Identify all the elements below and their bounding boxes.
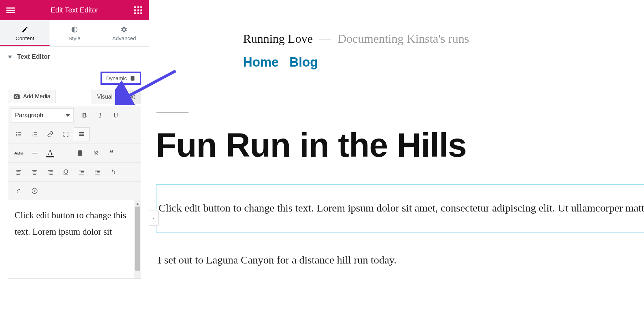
link-button[interactable] [42,127,58,141]
toolbar-toggle-button[interactable] [74,127,89,141]
editor-textarea[interactable]: Click edit button to change this text. L… [8,200,134,278]
outdent-button[interactable] [74,165,89,179]
contrast-icon [71,26,78,33]
svg-rect-30 [16,172,20,172]
svg-rect-44 [79,174,84,174]
add-media-label: Add Media [23,93,51,100]
svg-rect-33 [32,170,37,171]
section-body: Dynamic Add Media Visual Text Pa [0,67,149,287]
clear-formatting-button[interactable] [88,146,104,160]
svg-rect-0 [6,7,15,9]
svg-rect-27 [79,135,84,136]
section-text-editor[interactable]: Text Editor [0,46,149,67]
tab-text[interactable]: Text [119,90,141,104]
site-dash: — [319,32,331,46]
svg-rect-2 [6,12,15,13]
svg-rect-20 [34,132,37,133]
svg-rect-41 [79,170,84,171]
indent-button[interactable] [89,165,105,179]
text-color-button[interactable]: A [42,146,58,160]
tab-style[interactable]: Style [50,20,99,46]
collapse-panel-button[interactable]: ‹ [149,210,159,226]
svg-rect-31 [16,173,21,173]
underline-button[interactable]: U [108,108,124,122]
post-body-text: I set out to Laguna Canyon for a distanc… [156,254,644,266]
nav-blog[interactable]: Blog [289,55,318,70]
svg-rect-10 [138,12,139,14]
strikethrough-button[interactable]: ABC [11,146,27,160]
editor-mode-tabs: Visual Text [91,90,141,104]
svg-rect-18 [18,136,21,136]
add-media-button[interactable]: Add Media [8,90,56,103]
tab-content[interactable]: Content [0,20,50,46]
svg-rect-34 [33,172,36,172]
svg-point-13 [16,132,17,133]
blockquote-button[interactable]: ❝ [104,146,119,160]
fullscreen-button[interactable] [58,127,74,141]
svg-rect-11 [140,12,142,14]
svg-rect-26 [79,134,84,135]
toolbar-row-3: ABC A ❝ [8,143,141,162]
svg-rect-4 [138,6,139,8]
align-center-button[interactable] [27,165,42,179]
svg-rect-47 [97,173,100,173]
bullet-list-button[interactable] [11,127,27,141]
camera-music-icon [13,93,20,100]
svg-rect-25 [79,132,84,133]
divider-line [156,113,189,113]
redo-button[interactable] [11,184,27,198]
site-nav: Home Blog [243,55,644,70]
database-icon [130,75,135,81]
svg-point-17 [16,135,17,136]
toolbar-row-1: Paragraph B I U [8,106,141,125]
paste-button[interactable] [72,146,88,160]
svg-rect-42 [81,171,84,172]
special-char-button[interactable]: Ω [58,165,74,179]
italic-button[interactable]: I [92,108,108,122]
svg-rect-3 [134,6,136,8]
toolbar-row-5: ? [8,181,141,200]
svg-rect-8 [140,9,142,11]
align-left-button[interactable] [11,165,27,179]
numbered-list-button[interactable]: 123 [27,127,42,141]
svg-rect-14 [18,132,21,133]
svg-rect-6 [134,9,136,11]
editor-scrollbar[interactable]: ▲ [134,200,141,278]
svg-rect-37 [48,170,53,171]
svg-rect-38 [50,172,53,172]
editor-sidebar: Edit Text Editor Content Style Advance [0,0,149,334]
svg-rect-28 [32,153,37,153]
text-color-dropdown[interactable] [57,146,72,160]
svg-rect-39 [48,173,53,173]
undo-button[interactable] [105,165,121,179]
format-select[interactable]: Paragraph [11,108,74,122]
text-editor-widget[interactable]: Click edit button to change this text. L… [156,184,644,233]
align-right-button[interactable] [42,165,58,179]
svg-rect-1 [6,10,15,11]
dynamic-label: Dynamic [106,75,127,81]
post-content: Fun Run in the Hills Click edit button t… [156,113,644,266]
section-title: Text Editor [17,53,50,61]
tab-advanced[interactable]: Advanced [99,20,149,46]
dynamic-button[interactable]: Dynamic [101,72,141,85]
svg-rect-24 [34,136,37,137]
horizontal-rule-button[interactable] [27,146,42,160]
bold-button[interactable]: B [77,108,92,122]
toolbar-row-4: Ω [8,162,141,181]
apps-grid-icon[interactable] [134,6,143,15]
svg-rect-40 [50,174,53,175]
svg-text:3: 3 [32,135,33,137]
help-button[interactable]: ? [27,184,42,198]
svg-rect-43 [81,173,84,173]
tab-content-label: Content [15,35,34,41]
chevron-down-icon [66,114,70,117]
menu-icon[interactable] [6,6,15,15]
caret-down-icon [8,56,12,58]
scroll-thumb[interactable] [135,207,140,271]
tab-advanced-label: Advanced [112,35,136,41]
nav-home[interactable]: Home [243,55,279,70]
svg-rect-36 [33,174,36,175]
svg-point-15 [16,134,17,135]
toolbar-row-2: 123 [8,125,141,143]
tab-visual[interactable]: Visual [91,90,118,104]
